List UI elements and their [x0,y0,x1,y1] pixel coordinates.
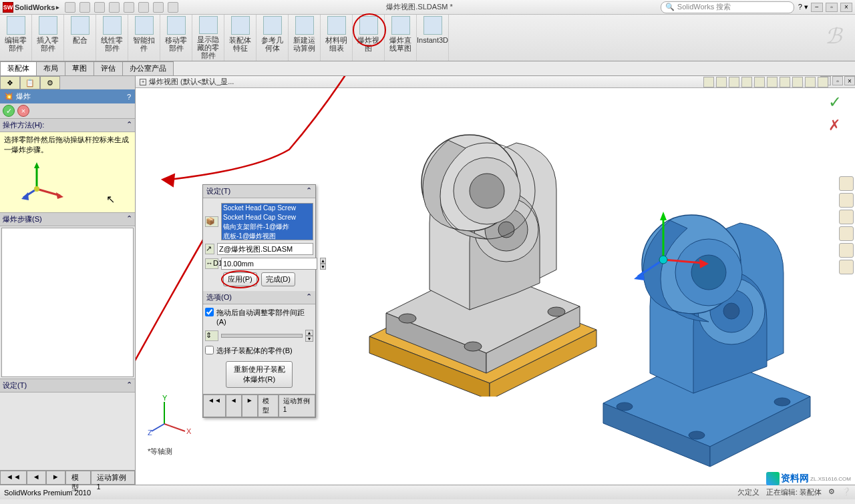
status-editing: 正在编辑: 装配体 [766,487,822,497]
move-component-button[interactable]: 移动零部件 [160,15,192,61]
nav-right[interactable]: ► [46,471,65,485]
status-options[interactable]: ⚙ [828,487,835,497]
select-icon[interactable] [138,2,149,13]
tab-assembly[interactable]: 装配体 [0,61,37,75]
undo-icon[interactable] [124,2,134,13]
show-hidden-button[interactable]: 显示隐藏的零部件 [192,15,224,61]
svg-marker-37 [660,212,667,220]
collapse-icon[interactable]: ⌃ [126,214,132,224]
motion-study-tab[interactable]: 运动算例 1 [91,471,135,485]
settings-title: 设定(T) [206,186,230,196]
help-icon[interactable]: ? [127,93,131,101]
save-icon[interactable] [94,2,105,13]
nav-left[interactable]: ◄ [226,395,242,417]
nav-prev[interactable]: ◄◄ [203,395,226,417]
reuse-explode-button[interactable]: 重新使用子装配体爆炸(R) [226,361,293,388]
new-icon[interactable] [65,2,75,13]
panel-title: 爆炸 [16,91,31,101]
rebuild-icon[interactable] [153,2,164,13]
instant3d-button[interactable]: Instant3D [417,15,449,61]
help-icon[interactable]: ? ▾ [798,3,808,11]
options-icon[interactable] [168,2,178,13]
apply-scene-icon[interactable] [805,77,816,87]
list-item[interactable]: 底板-1@爆炸视图 [222,232,313,240]
move-triad[interactable] [630,210,710,290]
graphics-viewport[interactable]: + 爆炸视图 (默认<默认_显... − ▫ × ✓ ✗ [136,76,855,485]
mate-button[interactable]: 配合 [64,15,96,61]
confirm-cancel[interactable]: ✗ [828,117,842,134]
exploded-view-button[interactable]: 爆炸视图 [353,15,385,61]
select-sub-checkbox[interactable] [205,346,214,354]
smart-fasteners-button[interactable]: 智能扣件 [128,15,160,61]
distance-spinner[interactable]: ▲▼ [320,258,326,270]
settings-section-head: 设定(T) [3,381,27,391]
feature-tree-tab[interactable]: ❖ [0,76,20,89]
search-box[interactable]: 🔍 SolidWorks 搜索 [661,1,794,13]
distance-field[interactable] [221,258,317,270]
insert-component-button[interactable]: 插入零部件 [32,15,64,61]
motion-tab[interactable]: 运动算例 1 [279,395,315,417]
new-motion-study-button[interactable]: 新建运动算例 [289,15,321,61]
quick-access-toolbar [65,2,178,13]
view-orientation-icon[interactable] [754,77,765,87]
list-item[interactable]: Socket Head Cap Screw [222,213,313,222]
cancel-button[interactable]: × [17,105,29,117]
property-tab[interactable]: 📋 [20,76,40,89]
print-icon[interactable] [109,2,120,13]
section-view-icon[interactable] [741,77,752,87]
list-item[interactable]: 镜向支架部件-1@爆炸 [222,222,313,232]
tab-evaluate[interactable]: 评估 [94,61,123,75]
resources-tab[interactable] [839,176,854,191]
done-button[interactable]: 完成(D) [261,272,295,286]
model-gray[interactable] [349,103,617,397]
restore-button[interactable]: ▫ [826,3,838,12]
display-style-icon[interactable] [767,77,778,87]
component-list[interactable]: Socket Head Cap Screw Socket Head Cap Sc… [221,203,313,240]
edit-component-button[interactable]: 编辑零部件 [0,15,32,61]
zoom-fit-icon[interactable] [703,77,714,87]
edit-appearance-icon[interactable] [792,77,803,87]
apply-button[interactable]: 应用(P) [223,272,257,286]
zoom-area-icon[interactable] [716,77,727,87]
settings-bottom-tabs: ◄◄ ◄ ► 模型 运动算例 1 [203,394,315,417]
model-tab[interactable]: 模型 [258,395,279,417]
reference-geometry-button[interactable]: 参考几何体 [256,15,289,61]
collapse-icon[interactable]: ⌃ [126,381,132,391]
linear-pattern-button[interactable]: 线性零部件 [96,15,128,61]
tab-layout[interactable]: 布局 [36,61,65,75]
open-icon[interactable] [79,2,90,13]
minimize-button[interactable]: − [811,3,823,12]
tab-sketch[interactable]: 草图 [65,61,94,75]
assembly-features-button[interactable]: 装配体特征 [224,15,256,61]
nav-left[interactable]: ◄ [27,471,46,485]
direction-icon[interactable]: ↗ [205,244,214,254]
view-settings-icon[interactable] [818,77,828,87]
ok-button[interactable]: ✓ [3,105,15,117]
spacing-spinner[interactable]: ▲▼ [305,330,313,342]
nav-right[interactable]: ► [242,395,258,417]
confirm-ok[interactable]: ✓ [828,93,842,111]
list-item[interactable]: Socket Head Cap Screw [222,204,313,213]
close-button[interactable]: × [840,3,852,12]
auto-adjust-checkbox[interactable] [205,308,214,316]
explode-line-sketch-button[interactable]: 爆炸直线草图 [385,15,417,61]
vp-close[interactable]: × [844,76,855,85]
previous-view-icon[interactable] [729,77,739,87]
collapse-icon[interactable]: ⌃ [306,186,312,196]
collapse-icon[interactable]: ⌃ [306,292,312,302]
vp-restore[interactable]: ▫ [832,76,843,85]
collapse-icon[interactable]: ⌃ [126,120,132,130]
model-tab[interactable]: 模型 [65,471,91,485]
spacing-slider[interactable] [221,334,303,338]
model-blue-selected[interactable] [583,190,850,483]
bom-button[interactable]: 材料明细表 [321,15,353,61]
direction-field[interactable] [217,243,313,255]
hide-show-icon[interactable] [780,77,790,87]
explode-steps-list[interactable] [1,228,134,377]
feature-tree-breadcrumb[interactable]: 爆炸视图 (默认<默认_显... [149,77,234,87]
nav-prev[interactable]: ◄◄ [0,471,27,485]
config-tab[interactable]: ⚙ [40,76,60,89]
expand-tree-icon[interactable]: + [140,79,146,85]
status-help[interactable]: ❔ [842,487,851,497]
tab-office[interactable]: 办公室产品 [122,61,174,75]
